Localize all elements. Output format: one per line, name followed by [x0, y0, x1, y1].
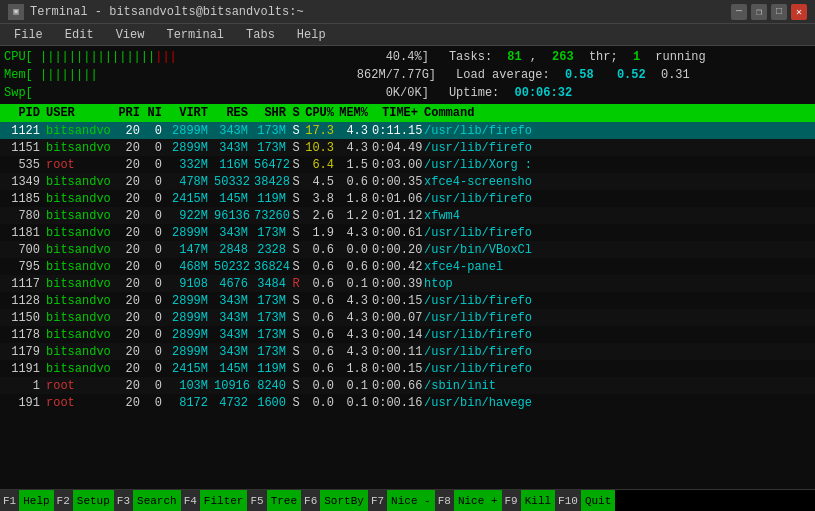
- user: bitsandvo: [46, 345, 118, 359]
- table-row[interactable]: 1185 bitsandvo 20 0 2415M 145M 119M S 3.…: [0, 190, 815, 207]
- pri: 20: [118, 362, 146, 376]
- cpu-value: 40.4%]: [177, 48, 429, 66]
- pid: 1117: [4, 277, 46, 291]
- pri: 20: [118, 209, 146, 223]
- fn-item-f8[interactable]: F8 Nice +: [435, 490, 502, 511]
- cpu-bar-red: |||: [155, 48, 177, 66]
- table-row[interactable]: 1 root 20 0 103M 10916 8240 S 0.0 0.1 0:…: [0, 377, 815, 394]
- state: S: [290, 158, 302, 172]
- fn-item-f4[interactable]: F4 Filter: [181, 490, 248, 511]
- table-row[interactable]: 535 root 20 0 332M 116M 56472 S 6.4 1.5 …: [0, 156, 815, 173]
- fn-item-f1[interactable]: F1 Help: [0, 490, 54, 511]
- shr: 1600: [254, 396, 290, 410]
- time: 0:11.15: [372, 124, 424, 138]
- fn-key-label: Tree: [267, 490, 301, 511]
- ni: 0: [146, 379, 168, 393]
- fn-key-label: Kill: [521, 490, 555, 511]
- user: bitsandvo: [46, 124, 118, 138]
- cpu-pct: 0.6: [302, 243, 338, 257]
- fn-key-label: Filter: [200, 490, 248, 511]
- table-row[interactable]: 1151 bitsandvo 20 0 2899M 343M 173M S 10…: [0, 139, 815, 156]
- close-button[interactable]: ✕: [791, 4, 807, 20]
- fn-key-num: F5: [247, 490, 266, 511]
- fn-item-f10[interactable]: F10 Quit: [555, 490, 615, 511]
- command: /usr/lib/firefo: [424, 294, 811, 308]
- pid: 1128: [4, 294, 46, 308]
- table-row[interactable]: 795 bitsandvo 20 0 468M 50232 36824 S 0.…: [0, 258, 815, 275]
- menu-item-edit[interactable]: Edit: [55, 26, 104, 44]
- restore-button[interactable]: ❐: [751, 4, 767, 20]
- mem-pct: 4.3: [338, 311, 372, 325]
- user: bitsandvo: [46, 260, 118, 274]
- fn-key-label: Nice +: [454, 490, 502, 511]
- load-info: Load average: 0.58 0.52 0.31: [456, 66, 690, 84]
- table-row[interactable]: 1178 bitsandvo 20 0 2899M 343M 173M S 0.…: [0, 326, 815, 343]
- table-row[interactable]: 191 root 20 0 8172 4732 1600 S 0.0 0.1 0…: [0, 394, 815, 411]
- virt: 468M: [168, 260, 214, 274]
- mem-pct: 4.3: [338, 226, 372, 240]
- time: 0:00.42: [372, 260, 424, 274]
- menu-item-file[interactable]: File: [4, 26, 53, 44]
- shr: 2328: [254, 243, 290, 257]
- menu-item-help[interactable]: Help: [287, 26, 336, 44]
- pid: 1151: [4, 141, 46, 155]
- time: 0:00.35: [372, 175, 424, 189]
- fn-item-f2[interactable]: F2 Setup: [54, 490, 114, 511]
- fn-item-f9[interactable]: F9 Kill: [502, 490, 556, 511]
- cpu-pct: 6.4: [302, 158, 338, 172]
- command: /usr/lib/firefo: [424, 362, 811, 376]
- menu-item-terminal[interactable]: Terminal: [156, 26, 234, 44]
- user: root: [46, 158, 118, 172]
- command: /usr/bin/VBoxCl: [424, 243, 811, 257]
- res: 116M: [214, 158, 254, 172]
- res: 96136: [214, 209, 254, 223]
- mem-label: Mem[: [4, 66, 40, 84]
- table-row[interactable]: 1121 bitsandvo 20 0 2899M 343M 173M S 17…: [0, 122, 815, 139]
- virt: 2899M: [168, 328, 214, 342]
- command: /usr/lib/firefo: [424, 141, 811, 155]
- mem-pct: 0.6: [338, 260, 372, 274]
- pid: 1150: [4, 311, 46, 325]
- fn-item-f5[interactable]: F5 Tree: [247, 490, 301, 511]
- shr: 119M: [254, 362, 290, 376]
- cpu-bar-green: ||||||||||||||||: [40, 48, 155, 66]
- table-row[interactable]: 1117 bitsandvo 20 0 9108 4676 3484 R 0.6…: [0, 275, 815, 292]
- table-row[interactable]: 1179 bitsandvo 20 0 2899M 343M 173M S 0.…: [0, 343, 815, 360]
- shr: 56472: [254, 158, 290, 172]
- mem-pct: 4.3: [338, 345, 372, 359]
- table-row[interactable]: 780 bitsandvo 20 0 922M 96136 73260 S 2.…: [0, 207, 815, 224]
- mem-pct: 4.3: [338, 124, 372, 138]
- res: 343M: [214, 328, 254, 342]
- cpu-pct: 4.5: [302, 175, 338, 189]
- mem-row: Mem[ |||||||| 862M/7.77G] Load average: …: [4, 66, 811, 84]
- mem-pct: 0.0: [338, 243, 372, 257]
- res: 2848: [214, 243, 254, 257]
- tasks-info: Tasks: 81, 263 thr; 1 running: [449, 48, 706, 66]
- mem-pct: 4.3: [338, 294, 372, 308]
- table-row[interactable]: 1128 bitsandvo 20 0 2899M 343M 173M S 0.…: [0, 292, 815, 309]
- res: 343M: [214, 124, 254, 138]
- minimize-button[interactable]: ─: [731, 4, 747, 20]
- fn-item-f7[interactable]: F7 Nice -: [368, 490, 435, 511]
- table-row[interactable]: 1181 bitsandvo 20 0 2899M 343M 173M S 1.…: [0, 224, 815, 241]
- pid: 780: [4, 209, 46, 223]
- fn-item-f6[interactable]: F6 SortBy: [301, 490, 368, 511]
- state: S: [290, 345, 302, 359]
- fn-key-label: Setup: [73, 490, 114, 511]
- table-row[interactable]: 1191 bitsandvo 20 0 2415M 145M 119M S 0.…: [0, 360, 815, 377]
- state: S: [290, 328, 302, 342]
- ni: 0: [146, 294, 168, 308]
- menu-item-view[interactable]: View: [106, 26, 155, 44]
- fn-item-f3[interactable]: F3 Search: [114, 490, 181, 511]
- pri: 20: [118, 141, 146, 155]
- maximize-button[interactable]: □: [771, 4, 787, 20]
- table-row[interactable]: 1349 bitsandvo 20 0 478M 50332 38428 S 4…: [0, 173, 815, 190]
- pid: 1: [4, 379, 46, 393]
- table-row[interactable]: 1150 bitsandvo 20 0 2899M 343M 173M S 0.…: [0, 309, 815, 326]
- window-controls[interactable]: ─ ❐ □ ✕: [731, 4, 807, 20]
- table-row[interactable]: 700 bitsandvo 20 0 147M 2848 2328 S 0.6 …: [0, 241, 815, 258]
- ni: 0: [146, 209, 168, 223]
- shr: 36824: [254, 260, 290, 274]
- menu-item-tabs[interactable]: Tabs: [236, 26, 285, 44]
- mem-pct: 1.8: [338, 362, 372, 376]
